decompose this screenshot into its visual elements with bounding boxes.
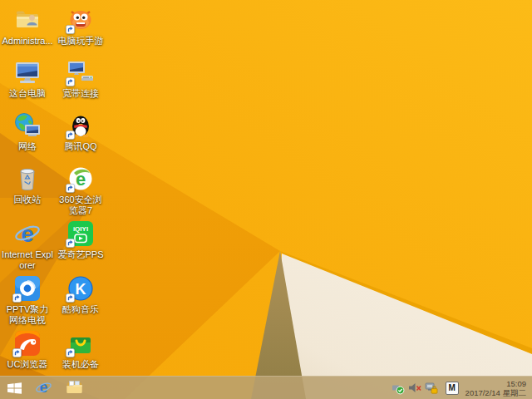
desktop-icon-network[interactable]: 网络: [2, 111, 53, 152]
desktop: Administra...电脑玩手游这台电脑宽带连接网络腾讯QQ回收站e360安…: [0, 0, 532, 399]
taskbar-internet-explorer-button[interactable]: e: [28, 377, 59, 399]
desktop-icon-label: 电脑玩手游: [55, 36, 106, 47]
desktop-icon-360-safe-browser[interactable]: e360安全浏览器7: [55, 165, 106, 215]
start-button[interactable]: [0, 377, 28, 399]
desktop-icon-label: 酷狗音乐: [55, 304, 106, 315]
desktop-icon-label: 爱奇艺PPS: [55, 249, 106, 260]
desktop-icon-label: Administra...: [2, 36, 53, 47]
taskbar: e: [0, 376, 532, 399]
desktop-icon-label: Internet Explorer: [2, 249, 53, 270]
recycle-bin-icon: [12, 165, 42, 193]
qq-penguin-icon: [66, 111, 96, 140]
desktop-icon-label: PPTV聚力 网络电视: [2, 304, 53, 325]
app-bag-icon: [66, 329, 96, 357]
taskbar-file-explorer-button[interactable]: [59, 377, 90, 399]
volume-muted-icon[interactable]: [408, 381, 422, 395]
svg-text:iQIYI: iQIYI: [73, 225, 88, 233]
svg-text:K: K: [76, 281, 86, 298]
kugou-icon: K: [66, 274, 96, 303]
internet-explorer-icon: e: [35, 379, 52, 397]
iqiyi-icon: iQIYI: [66, 219, 96, 248]
desktop-icon-uc-browser[interactable]: UC浏览器: [2, 329, 53, 370]
desktop-icon-label: 这台电脑: [2, 88, 53, 99]
desktop-icon-label: 装机必备: [55, 359, 106, 370]
desktop-icon-label: 回收站: [2, 195, 53, 205]
desktop-icon-label: 360安全浏览器7: [55, 195, 106, 215]
desktop-icon-recycle-bin[interactable]: 回收站: [2, 165, 53, 205]
desktop-icon-this-pc[interactable]: 这台电脑: [2, 58, 53, 99]
uc-icon: [12, 329, 42, 357]
desktop-icon-iqiyi-pps[interactable]: iQIYI爱奇艺PPS: [55, 219, 106, 260]
file-explorer-icon: [66, 379, 83, 397]
broadband-icon: [66, 58, 96, 86]
desktop-icon-label: 宽带连接: [55, 88, 106, 99]
desktop-icon-label: 网络: [2, 141, 53, 152]
safely-remove-hardware-icon[interactable]: [392, 381, 406, 395]
desktop-icon-pptv[interactable]: PPTV聚力 网络电视: [2, 274, 53, 325]
hardware-alert-icon[interactable]: [425, 381, 439, 395]
browser-360-icon: e: [66, 165, 96, 193]
computer-icon: [12, 58, 42, 86]
desktop-icon-label: UC浏览器: [2, 359, 53, 370]
desktop-icon-tencent-qq[interactable]: 腾讯QQ: [55, 111, 106, 152]
pptv-icon: [12, 274, 42, 303]
windows-logo-icon: [7, 382, 22, 394]
folder-user-icon: [12, 6, 42, 34]
desktop-icon-broadband-connection[interactable]: 宽带连接: [55, 58, 106, 99]
desktop-icon-pc-mobile-games[interactable]: 电脑玩手游: [55, 6, 106, 47]
svg-text:e: e: [21, 221, 34, 247]
clock-time: 15:09: [466, 379, 526, 388]
desktop-icon-label: 腾讯QQ: [55, 141, 106, 152]
desktop-icon-administrator[interactable]: Administra...: [2, 6, 53, 47]
svg-text:e: e: [40, 379, 48, 396]
clock-date: 2017/2/14 星期二: [466, 388, 526, 397]
input-method-indicator[interactable]: M: [446, 382, 459, 395]
monster-icon: [66, 6, 96, 34]
system-tray: M: [392, 377, 459, 399]
ie-icon: e: [12, 219, 42, 248]
desktop-icon-essential-apps[interactable]: 装机必备: [55, 329, 106, 370]
desktop-icon-internet-explorer[interactable]: eInternet Explorer: [2, 219, 53, 270]
desktop-icon-kugou-music[interactable]: K酷狗音乐: [55, 274, 106, 315]
taskbar-clock[interactable]: 15:09 2017/2/14 星期二: [466, 379, 526, 397]
globe-network-icon: [12, 111, 42, 140]
